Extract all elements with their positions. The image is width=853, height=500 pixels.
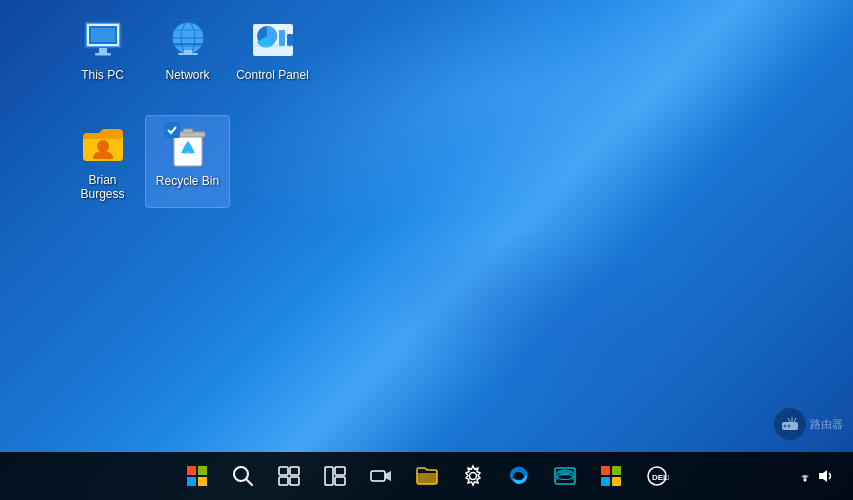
svg-rect-13 <box>184 50 192 54</box>
file-explorer-icon <box>415 464 439 488</box>
this-pc-svg <box>79 16 127 64</box>
svg-rect-40 <box>325 467 333 485</box>
meet-button[interactable] <box>359 454 403 498</box>
azure-icon <box>553 464 577 488</box>
store-button[interactable] <box>589 454 633 498</box>
network-tray-icon <box>795 466 815 486</box>
svg-rect-33 <box>198 477 207 486</box>
watermark-circle <box>774 408 806 440</box>
svg-point-25 <box>784 425 787 428</box>
search-icon <box>231 464 255 488</box>
svg-rect-5 <box>91 28 115 42</box>
this-pc-icon[interactable]: This PC <box>60 10 145 88</box>
svg-rect-38 <box>279 477 288 485</box>
start-button[interactable] <box>175 454 219 498</box>
watermark-text: 路由器 <box>810 417 843 432</box>
brian-burgess-label: Brian Burgess <box>66 173 139 202</box>
svg-rect-31 <box>198 466 207 475</box>
svg-rect-2 <box>99 48 107 53</box>
svg-rect-51 <box>612 466 621 475</box>
search-button[interactable] <box>221 454 265 498</box>
snap-layouts-button[interactable] <box>313 454 357 498</box>
svg-rect-42 <box>335 477 345 485</box>
svg-rect-17 <box>279 30 285 46</box>
svg-rect-52 <box>601 477 610 486</box>
windows-logo-icon <box>185 464 209 488</box>
control-panel-label: Control Panel <box>236 68 309 82</box>
user-folder-svg <box>79 121 127 169</box>
network-icon[interactable]: Network <box>145 10 230 88</box>
this-pc-label: This PC <box>81 68 124 82</box>
settings-button[interactable] <box>451 454 495 498</box>
task-view-button[interactable] <box>267 454 311 498</box>
taskbar: DELL <box>0 452 853 500</box>
svg-rect-50 <box>601 466 610 475</box>
svg-rect-3 <box>95 53 111 56</box>
file-explorer-button[interactable] <box>405 454 449 498</box>
svg-text:DELL: DELL <box>652 473 669 482</box>
taskbar-center: DELL <box>175 454 679 498</box>
task-view-icon <box>277 464 301 488</box>
network-label: Network <box>165 68 209 82</box>
desktop: This PC <box>0 0 853 500</box>
dell-icon: DELL <box>645 464 669 488</box>
settings-icon <box>461 464 485 488</box>
recycle-bin-label: Recycle Bin <box>156 174 219 188</box>
svg-line-29 <box>794 418 796 422</box>
svg-rect-37 <box>290 467 299 475</box>
edge-button[interactable] <box>497 454 541 498</box>
router-icon <box>780 414 800 434</box>
selected-checkmark <box>164 122 180 138</box>
svg-rect-39 <box>290 477 299 485</box>
svg-line-35 <box>246 479 252 485</box>
brian-burgess-icon[interactable]: Brian Burgess <box>60 115 145 208</box>
svg-point-46 <box>557 470 573 475</box>
control-panel-icon[interactable]: Control Panel <box>230 10 315 88</box>
svg-point-26 <box>788 425 791 428</box>
svg-rect-18 <box>287 34 293 46</box>
dell-button[interactable]: DELL <box>635 454 679 498</box>
azure-button[interactable] <box>543 454 587 498</box>
svg-rect-30 <box>187 466 196 475</box>
svg-point-56 <box>804 479 807 482</box>
watermark: 路由器 <box>774 408 843 440</box>
svg-point-20 <box>97 140 109 152</box>
svg-rect-43 <box>371 471 385 481</box>
svg-line-27 <box>788 418 790 422</box>
volume-tray-icon <box>815 466 835 486</box>
snap-layouts-icon <box>323 464 347 488</box>
svg-rect-53 <box>612 477 621 486</box>
control-panel-svg <box>249 16 297 64</box>
system-tray <box>787 454 843 498</box>
svg-point-44 <box>469 473 476 480</box>
edge-icon <box>507 464 531 488</box>
svg-point-47 <box>557 475 573 480</box>
store-icon <box>599 464 623 488</box>
svg-rect-23 <box>183 129 193 133</box>
svg-marker-57 <box>819 470 827 482</box>
meet-icon <box>369 464 393 488</box>
tray-button[interactable] <box>787 454 843 498</box>
svg-rect-32 <box>187 477 196 486</box>
recycle-bin-icon[interactable]: Recycle Bin <box>145 115 230 208</box>
svg-rect-41 <box>335 467 345 475</box>
network-svg <box>164 16 212 64</box>
svg-rect-36 <box>279 467 288 475</box>
